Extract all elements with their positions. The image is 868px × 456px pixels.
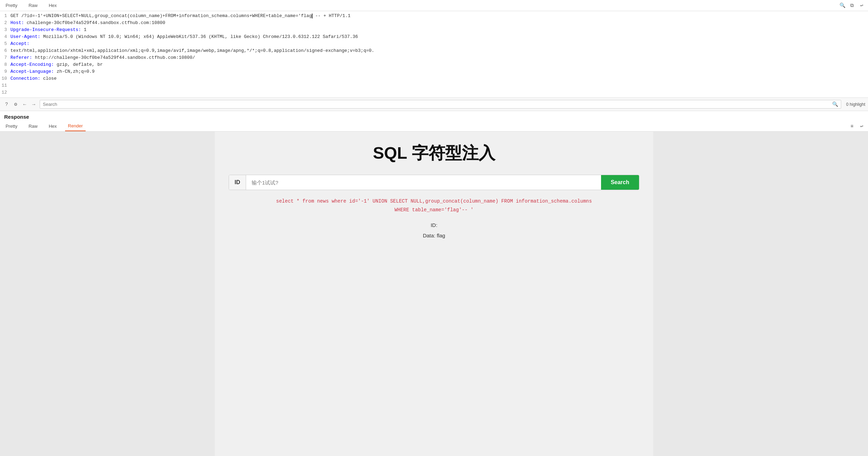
request-tab-icons: 🔍 ⧉ ↩	[839, 2, 865, 9]
response-tabs-bar: Pretty Raw Hex Render ≡ ↩	[0, 121, 868, 132]
search-submit-icon[interactable]: 🔍	[832, 101, 838, 107]
result-id: ID:	[222, 220, 646, 230]
search-input-wrap: 🔍	[40, 100, 841, 109]
code-line-8: 8 Accept-Encoding: gzip, deflate, br	[0, 61, 868, 68]
code-line-1: 1 GET /?id=-1'+UNION+SELECT+NULL,group_c…	[0, 13, 868, 19]
result-info: ID: Data: flag	[222, 220, 646, 241]
highlight-count: 0 highlight	[846, 102, 865, 107]
response-label: Response	[0, 111, 868, 121]
render-area: SQL 字符型注入 ID Search select * from news w…	[0, 132, 868, 456]
search-bar-icons: ? ⚙ ← →	[3, 101, 38, 108]
form-search-input[interactable]	[246, 175, 601, 190]
code-line-11: 11	[0, 82, 868, 89]
response-tab-raw[interactable]: Raw	[26, 121, 40, 131]
rendered-search-form: ID Search	[229, 175, 639, 190]
render-inner: SQL 字符型注入 ID Search select * from news w…	[215, 132, 653, 456]
sql-line-2: WHERE table_name='flag'-- '	[229, 206, 639, 214]
code-line-10: 10 Connection: close	[0, 75, 868, 82]
forward-icon[interactable]: →	[30, 101, 38, 108]
page-title: SQL 字符型注入	[222, 142, 646, 164]
response-tab-render[interactable]: Render	[65, 121, 86, 131]
code-line-12: 12	[0, 89, 868, 96]
sql-line-1: select * from news where id='-1' UNION S…	[229, 197, 639, 206]
copy-icon[interactable]: ⧉	[849, 2, 855, 9]
form-id-label: ID	[229, 175, 246, 190]
request-tabs-bar: Pretty Raw Hex 🔍 ⧉ ↩	[0, 0, 868, 11]
search-bar: ? ⚙ ← → 🔍 0 highlight	[0, 98, 868, 111]
code-line-6: 6 text/html,application/xhtml+xml,applic…	[0, 47, 868, 54]
response-tab-icons: ≡ ↩	[849, 123, 865, 130]
request-tab-pretty[interactable]: Pretty	[3, 1, 20, 9]
request-tab-hex[interactable]: Hex	[46, 1, 60, 9]
help-icon[interactable]: ?	[3, 101, 10, 108]
response-list-icon[interactable]: ≡	[849, 123, 855, 130]
result-data: Data: flag	[222, 230, 646, 241]
wrap-icon[interactable]: ↩	[858, 2, 865, 9]
code-line-3: 3 Upgrade-Insecure-Requests: 1	[0, 26, 868, 33]
response-tab-pretty[interactable]: Pretty	[3, 121, 20, 131]
response-section: Response Pretty Raw Hex Render ≡ ↩ SQL 字…	[0, 111, 868, 456]
request-tab-raw[interactable]: Raw	[26, 1, 40, 9]
code-line-4: 4 User-Agent: Mozilla/5.0 (Windows NT 10…	[0, 33, 868, 40]
code-line-9: 9 Accept-Language: zh-CN,zh;q=0.9	[0, 68, 868, 75]
settings-icon[interactable]: ⚙	[12, 101, 19, 108]
sql-result: select * from news where id='-1' UNION S…	[229, 197, 639, 214]
back-icon[interactable]: ←	[21, 101, 29, 108]
search-input[interactable]	[43, 102, 831, 107]
response-wrap-icon[interactable]: ↩	[858, 123, 865, 130]
response-tab-hex[interactable]: Hex	[46, 121, 60, 131]
code-line-5: 5 Accept:	[0, 40, 868, 47]
code-line-7: 7 Referer: http://challenge-30cf0be74a52…	[0, 54, 868, 61]
request-code-area: 1 GET /?id=-1'+UNION+SELECT+NULL,group_c…	[0, 11, 868, 98]
form-search-button[interactable]: Search	[601, 175, 639, 190]
search-icon[interactable]: 🔍	[839, 2, 846, 9]
code-line-2: 2 Host: challenge-30cf0be74a529f44.sandb…	[0, 19, 868, 26]
